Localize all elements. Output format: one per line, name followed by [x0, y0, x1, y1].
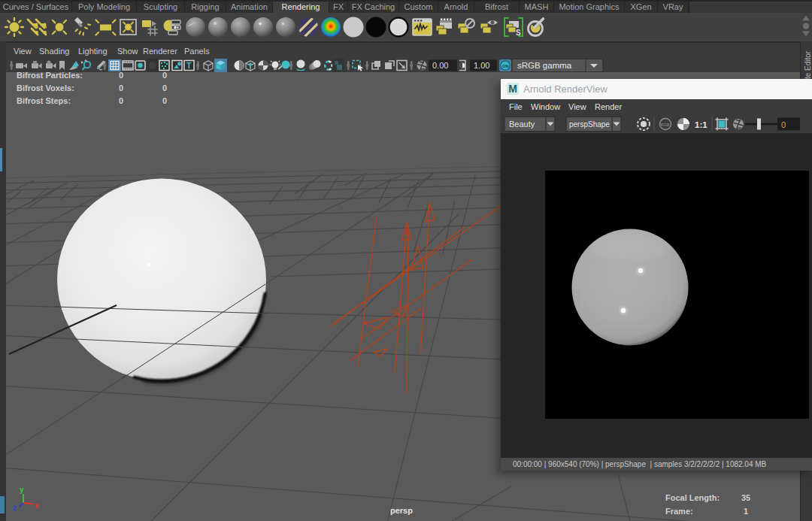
svg-text:S: S: [516, 29, 521, 37]
svg-text:ON: ON: [502, 64, 508, 68]
svg-text:sRGB gamma: sRGB gamma: [517, 61, 572, 70]
svg-text:z: z: [13, 504, 17, 512]
svg-text:T: T: [186, 61, 192, 70]
svg-text:1:1: 1:1: [695, 120, 707, 129]
svg-text:x: x: [35, 501, 39, 510]
svg-text:1.00: 1.00: [474, 61, 489, 70]
svg-text:perspShape: perspShape: [569, 120, 610, 129]
svg-text:Beauty: Beauty: [509, 120, 535, 129]
svg-text:RGB: RGB: [661, 123, 670, 127]
svg-text:y: y: [20, 486, 24, 494]
svg-text:0.00: 0.00: [432, 61, 448, 70]
svg-text:0: 0: [781, 120, 786, 129]
